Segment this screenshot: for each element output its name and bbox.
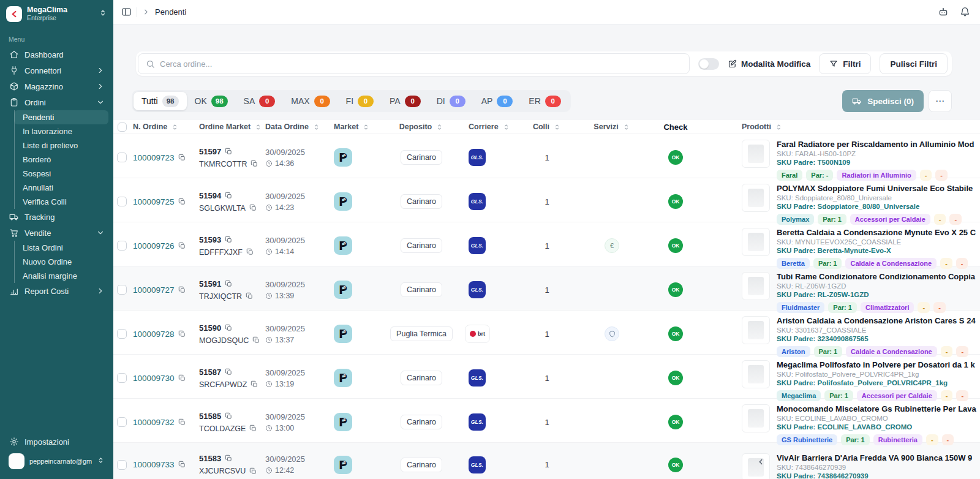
order-number-link[interactable]: 100009725 [133,197,175,206]
order-number-link[interactable]: 100009726 [133,241,175,251]
sidebar-item-ordini[interactable]: Ordini [5,94,108,110]
order-number-link[interactable]: 100009730 [133,374,175,383]
copy-icon[interactable] [225,280,233,288]
copy-icon[interactable] [178,461,186,469]
copy-icon[interactable] [249,467,257,475]
column-header-deposito[interactable]: Deposito [384,123,459,131]
order-number-link[interactable]: 100009727 [133,285,175,295]
tab-ap[interactable]: AP 0 [473,92,521,110]
row-checkbox[interactable] [117,373,127,383]
sidebar-toggle-icon[interactable] [121,7,132,17]
sidebar-item-liste-di-prelievo[interactable]: Liste di prelievo [14,138,108,153]
sort-icon[interactable] [312,123,320,131]
select-all-checkbox[interactable] [118,123,127,132]
order-search[interactable] [138,53,690,74]
row-checkbox[interactable] [117,197,127,206]
sort-icon[interactable] [775,123,783,131]
search-input[interactable] [160,59,682,69]
row-checkbox[interactable] [117,241,127,251]
tab-sa[interactable]: SA 0 [236,92,284,110]
row-checkbox[interactable] [117,329,127,339]
user-menu[interactable]: peppeincarnato@gmail.com [5,450,108,473]
order-number-link[interactable]: 100009732 [133,418,175,427]
sidebar-item-magazzino[interactable]: Magazzino [5,78,108,94]
column-header-data-ordine[interactable]: Data Ordine [265,123,330,131]
edit-mode-toggle[interactable] [698,58,719,70]
column-header-ordine-market[interactable]: Ordine Market [199,123,265,131]
sidebar-item-pendenti[interactable]: Pendenti [14,110,108,124]
tab-max[interactable]: MAX 0 [283,92,337,110]
column-header-prodotti[interactable]: Prodotti [709,123,980,131]
order-number-link[interactable]: 100009733 [133,460,175,469]
sort-icon[interactable] [502,123,510,131]
assistant-bot-icon[interactable] [938,7,949,18]
copy-icon[interactable] [246,292,254,300]
copy-icon[interactable] [225,412,233,420]
tab-er[interactable]: ER 0 [521,92,568,110]
copy-icon[interactable] [249,204,257,212]
tab-fi[interactable]: FI 0 [338,92,382,110]
workspace-switcher[interactable]: MegaClima Enterprise [0,0,113,27]
column-header-servizi[interactable]: Servizi [581,123,643,131]
column-header-colli[interactable]: Colli [513,123,581,131]
sidebar-item-dashboard[interactable]: Dashboard [5,47,108,62]
sidebar-item-in-lavorazione[interactable]: In lavorazione [14,124,108,138]
filters-button[interactable]: Filtri [819,53,871,74]
copy-icon[interactable] [178,242,186,250]
copy-icon[interactable] [225,236,233,244]
more-actions-button[interactable]: ⋯ [929,90,952,112]
sidebar-item-analisi-margine[interactable]: Analisi margine [14,269,108,283]
sidebar-item-border[interactable]: Borderò [14,153,108,167]
column-header-corriere[interactable]: Corriere [459,123,513,131]
sort-icon[interactable] [622,123,630,131]
copy-icon[interactable] [225,148,233,156]
sidebar-item-verifica-colli[interactable]: Verifica Colli [14,195,108,209]
row-checkbox[interactable] [117,417,127,427]
bell-icon[interactable] [960,7,970,17]
copy-icon[interactable] [178,198,186,206]
sidebar-item-impostazioni[interactable]: Impostazioni [5,434,108,450]
copy-icon[interactable] [225,454,233,462]
sidebar-item-nuovo-ordine[interactable]: Nuovo Ordine [14,255,108,269]
copy-icon[interactable] [252,336,260,344]
copy-icon[interactable] [178,154,186,162]
row-checkbox[interactable] [117,460,127,470]
copy-icon[interactable] [178,286,186,294]
clear-filters-button[interactable]: Pulisci Filtri [880,53,948,74]
row-checkbox[interactable] [117,285,127,295]
row-checkbox[interactable] [117,153,127,162]
sort-icon[interactable] [254,123,262,131]
sidebar-item-connettori[interactable]: Connettori [5,62,108,78]
sort-icon[interactable] [553,123,561,131]
copy-icon[interactable] [178,374,186,382]
sort-icon[interactable] [171,123,179,131]
copy-icon[interactable] [178,418,186,426]
tab-di[interactable]: DI 0 [429,92,473,110]
order-number-link[interactable]: 100009728 [133,330,175,339]
ship-button[interactable]: Spedisci (0) [842,90,924,112]
sidebar-item-annullati[interactable]: Annullati [14,181,108,195]
insurance-shield-icon[interactable] [605,326,619,341]
sidebar-item-sospesi[interactable]: Sospesi [14,167,108,181]
column-header-market[interactable]: Market [330,123,384,131]
sidebar-item-report-costi[interactable]: Report Costi [5,283,108,299]
sort-icon[interactable] [435,123,443,131]
copy-icon[interactable] [178,330,186,338]
tab-tutti[interactable]: Tutti 98 [134,92,187,110]
order-number-link[interactable]: 100009723 [133,153,175,162]
sidebar-item-vendite[interactable]: Vendite [5,225,108,241]
tab-ok[interactable]: OK 98 [187,92,236,110]
products-column-collapse-icon[interactable] [755,456,766,467]
copy-icon[interactable] [225,192,233,200]
sidebar-item-lista-ordini[interactable]: Lista Ordini [14,241,108,255]
sort-icon[interactable] [362,123,370,131]
copy-icon[interactable] [225,324,233,332]
copy-icon[interactable] [251,160,258,168]
column-header-n-ordine[interactable]: N. Ordine [130,123,199,131]
copy-icon[interactable] [249,424,257,432]
copy-icon[interactable] [225,368,233,376]
copy-icon[interactable] [251,380,258,388]
tab-pa[interactable]: PA 0 [382,92,429,110]
payment-euro-icon[interactable]: € [605,238,619,253]
sidebar-item-tracking[interactable]: Tracking [5,209,108,225]
